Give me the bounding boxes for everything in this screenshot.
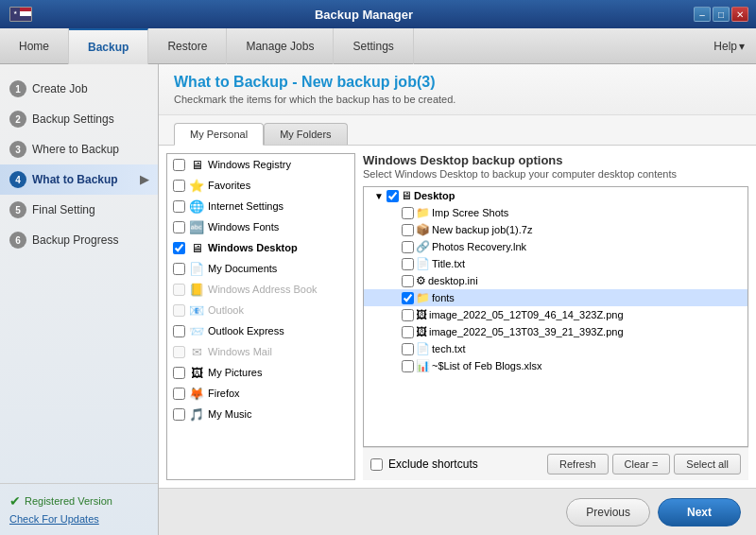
list-item[interactable]: 🖥 Windows Registry — [167, 154, 354, 175]
tab-my-folders[interactable]: My Folders — [264, 123, 347, 145]
checkbox-title-txt[interactable] — [402, 258, 414, 270]
tree-item-fonts[interactable]: 📁 fonts — [364, 289, 747, 306]
list-item[interactable]: 🖥 Windows Desktop — [167, 237, 354, 258]
sidebar-item-what-to-backup[interactable]: 4 What to Backup ▶ — [0, 164, 158, 195]
checkbox-desktop[interactable] — [387, 190, 399, 202]
panels: 🖥 Windows Registry ⭐ Favorites 🌐 Interne… — [159, 146, 756, 488]
checkbox-address-book[interactable] — [173, 284, 185, 296]
sidebar-item-backup-settings[interactable]: 2 Backup Settings — [0, 104, 158, 134]
item-label: My Pictures — [208, 367, 262, 378]
tree-item-new-backup[interactable]: 📦 New backup job(1).7z — [364, 221, 747, 238]
checkbox-imp-scree-shots[interactable] — [402, 207, 414, 219]
tab-settings[interactable]: Settings — [334, 28, 413, 64]
item-label: My Music — [208, 408, 251, 420]
checkbox-new-backup[interactable] — [402, 224, 414, 236]
checkbox-firefox[interactable] — [173, 388, 185, 400]
list-item[interactable]: ⭐ Favorites — [167, 175, 354, 196]
tree-item-tech-txt[interactable]: 📄 tech.txt — [364, 340, 747, 357]
sidebar-item-backup-progress[interactable]: 6 Backup Progress — [0, 225, 158, 255]
tree-item-imp-scree-shots[interactable]: 📁 Imp Scree Shots — [364, 204, 747, 221]
checkbox-favorites[interactable] — [173, 180, 185, 192]
next-button[interactable]: Next — [658, 498, 741, 526]
list-item[interactable]: 📨 Outlook Express — [167, 320, 354, 341]
tab-my-personal[interactable]: My Personal — [174, 123, 264, 146]
tree-item-blogs-xlsx[interactable]: 📊 ~$List of Feb Blogs.xlsx — [364, 357, 747, 374]
tree-item-label: Desktop — [414, 190, 455, 201]
checkbox-image1[interactable] — [402, 309, 414, 321]
tree-item-desktop[interactable]: ▼ 🖥 Desktop — [364, 187, 747, 204]
list-item[interactable]: 🎵 My Music — [167, 404, 354, 424]
checkbox-my-pictures[interactable] — [173, 367, 185, 379]
item-label: Outlook — [208, 304, 244, 316]
content-tabs: My Personal My Folders — [159, 115, 756, 146]
list-item[interactable]: 🔤 Windows Fonts — [167, 216, 354, 237]
folder-icon: 🖥 — [401, 189, 412, 202]
close-button[interactable]: ✕ — [731, 7, 748, 22]
checkbox-outlook-express[interactable] — [173, 325, 185, 337]
tree-item-title-txt[interactable]: 📄 Title.txt — [364, 255, 747, 272]
firefox-icon: 🦊 — [189, 386, 204, 401]
tree-item-label: image_2022_05_12T09_46_14_323Z.png — [429, 309, 624, 320]
list-item[interactable]: 🌐 Internet Settings — [167, 196, 354, 216]
checkbox-windows-registry[interactable] — [173, 159, 185, 171]
checkbox-tech-txt[interactable] — [402, 343, 414, 355]
step-6-number: 6 — [9, 232, 26, 249]
exclude-shortcuts-checkbox[interactable] — [370, 458, 383, 471]
item-label: Windows Desktop — [208, 242, 298, 253]
list-item[interactable]: 📒 Windows Address Book — [167, 279, 354, 300]
addressbook-icon: 📒 — [189, 282, 204, 297]
outlook-icon: 📧 — [189, 302, 204, 318]
tree-item-image1[interactable]: 🖼 image_2022_05_12T09_46_14_323Z.png — [364, 306, 747, 323]
checkbox-blogs-xlsx[interactable] — [402, 360, 414, 372]
archive-icon: 📦 — [416, 223, 430, 236]
checkbox-outlook[interactable] — [173, 304, 185, 317]
select-all-button[interactable]: Select all — [674, 454, 741, 475]
tree-item-photos-recovery[interactable]: 🔗 Photos Recovery.lnk — [364, 238, 747, 255]
tree-item-image2[interactable]: 🖼 image_2022_05_13T03_39_21_393Z.png — [364, 323, 747, 340]
config-icon: ⚙ — [416, 274, 426, 287]
previous-button[interactable]: Previous — [566, 498, 650, 526]
clear-button[interactable]: Clear = — [612, 454, 671, 475]
tree-item-label: image_2022_05_13T03_39_21_393Z.png — [429, 326, 624, 337]
list-item[interactable]: 📧 Outlook — [167, 300, 354, 320]
registered-label: Registered Version — [25, 495, 112, 507]
txt-icon: 📄 — [416, 342, 430, 355]
outlook-express-icon: 📨 — [189, 323, 204, 338]
checkbox-windows-fonts[interactable] — [173, 221, 185, 233]
check-updates-link[interactable]: Check For Updates — [9, 513, 99, 525]
checkbox-my-music[interactable] — [173, 408, 185, 421]
item-label: Outlook Express — [208, 325, 284, 337]
sidebar-item-final-setting[interactable]: 5 Final Setting — [0, 195, 158, 225]
checkbox-desktop-ini[interactable] — [402, 275, 414, 287]
folder-icon: 📁 — [416, 206, 430, 219]
checkbox-fonts[interactable] — [402, 292, 414, 304]
minimize-button[interactable]: – — [694, 7, 711, 22]
item-label: Firefox — [208, 388, 240, 399]
registered-badge: ✔ Registered Version — [9, 493, 148, 509]
list-item[interactable]: 🦊 Firefox — [167, 383, 354, 404]
music-icon: 🎵 — [189, 406, 204, 422]
refresh-button[interactable]: Refresh — [547, 454, 609, 475]
item-label: Internet Settings — [208, 200, 284, 212]
sidebar-item-create-job[interactable]: 1 Create Job — [0, 74, 158, 104]
checkbox-image2[interactable] — [402, 326, 414, 338]
page-title: What to Backup - New backup job(3) — [174, 74, 741, 91]
tab-backup[interactable]: Backup — [69, 28, 148, 64]
tab-restore[interactable]: Restore — [148, 28, 227, 64]
tab-home[interactable]: Home — [0, 28, 69, 64]
list-item[interactable]: 📄 My Documents — [167, 258, 354, 279]
tree-item-desktop-ini[interactable]: ⚙ desktop.ini — [364, 272, 747, 289]
tab-manage-jobs[interactable]: Manage Jobs — [227, 28, 334, 64]
checkbox-internet-settings[interactable] — [173, 200, 185, 213]
list-item[interactable]: 🖼 My Pictures — [167, 362, 354, 383]
checkbox-photos-recovery[interactable] — [402, 241, 414, 253]
list-item[interactable]: ✉ Windows Mail — [167, 341, 354, 362]
expand-icon[interactable]: ▼ — [373, 191, 385, 201]
checklist-panel: 🖥 Windows Registry ⭐ Favorites 🌐 Interne… — [166, 153, 355, 480]
checkbox-windows-mail[interactable] — [173, 346, 185, 358]
help-button[interactable]: Help ▾ — [702, 40, 756, 53]
checkbox-my-documents[interactable] — [173, 263, 185, 275]
sidebar-item-where-to-backup[interactable]: 3 Where to Backup — [0, 134, 158, 164]
maximize-button[interactable]: □ — [713, 7, 730, 22]
checkbox-windows-desktop[interactable] — [173, 242, 185, 254]
